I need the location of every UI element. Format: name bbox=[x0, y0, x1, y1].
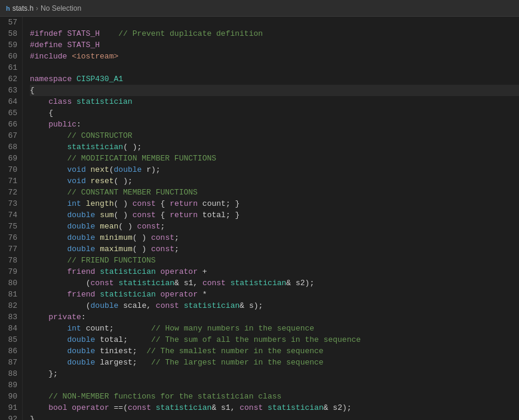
line-number: 84 bbox=[5, 323, 17, 334]
code-line: public: bbox=[30, 119, 519, 130]
code-line bbox=[30, 379, 519, 391]
code-line: // CONSTRUCTOR bbox=[30, 130, 519, 141]
code-line: (const statistician& s1, const statistic… bbox=[30, 277, 519, 289]
code-line: private: bbox=[30, 311, 519, 323]
code-line: statistician( ); bbox=[30, 141, 519, 153]
line-number: 79 bbox=[5, 266, 17, 277]
line-number: 57 bbox=[5, 17, 17, 28]
code-line: friend statistician operator * bbox=[30, 289, 519, 300]
code-line: double sum( ) const { return total; } bbox=[30, 209, 519, 221]
code-line: double maximum( ) const; bbox=[30, 243, 519, 255]
code-line: }; bbox=[30, 368, 519, 379]
code-line: // FRIEND FUNCTIONS bbox=[30, 255, 519, 266]
line-number: 76 bbox=[5, 232, 17, 243]
line-number: 62 bbox=[5, 73, 17, 85]
code-line: (double scale, const statistician& s); bbox=[30, 300, 519, 311]
code-line: void reset( ); bbox=[30, 175, 519, 187]
code-line: #include <iostream> bbox=[30, 51, 519, 62]
line-number: 61 bbox=[5, 62, 17, 73]
code-line: // NON-MEMBER functions for the statisti… bbox=[30, 391, 519, 402]
file-type-icon: h bbox=[6, 5, 10, 12]
line-number: 77 bbox=[5, 243, 17, 255]
code-line: double total; // The sum of all the numb… bbox=[30, 334, 519, 345]
code-line bbox=[30, 62, 519, 73]
line-number: 72 bbox=[5, 187, 17, 198]
line-number: 73 bbox=[5, 198, 17, 209]
file-name: stats.h bbox=[13, 4, 33, 13]
code-line: #define STATS_H bbox=[30, 39, 519, 51]
line-number: 71 bbox=[5, 175, 17, 187]
line-number: 92 bbox=[5, 413, 17, 420]
code-content[interactable]: #ifndef STATS_H // Prevent duplicate def… bbox=[23, 17, 519, 420]
code-line: bool operator ==(const statistician& s1,… bbox=[30, 402, 519, 413]
code-line: double tiniest; // The smallest number i… bbox=[30, 345, 519, 357]
code-line: namespace CISP430_A1 bbox=[30, 73, 519, 85]
line-number: 82 bbox=[5, 300, 17, 311]
code-line: int length( ) const { return count; } bbox=[30, 198, 519, 209]
line-number: 91 bbox=[5, 402, 17, 413]
code-line: } bbox=[30, 413, 519, 420]
code-line: { bbox=[30, 107, 519, 119]
line-number: 59 bbox=[5, 39, 17, 51]
code-line: #ifndef STATS_H // Prevent duplicate def… bbox=[30, 28, 519, 39]
line-number: 89 bbox=[5, 379, 17, 391]
line-number: 68 bbox=[5, 141, 17, 153]
code-line bbox=[30, 17, 519, 28]
line-number: 90 bbox=[5, 391, 17, 402]
code-line: double largest; // The largest number in… bbox=[30, 357, 519, 368]
line-number: 85 bbox=[5, 334, 17, 345]
line-number: 65 bbox=[5, 107, 17, 119]
code-line: double minimum( ) const; bbox=[30, 232, 519, 243]
code-line: { bbox=[30, 85, 519, 96]
line-number: 60 bbox=[5, 51, 17, 62]
line-number: 75 bbox=[5, 221, 17, 232]
line-number: 88 bbox=[5, 368, 17, 379]
code-line: friend statistician operator + bbox=[30, 266, 519, 277]
code-line: class statistician bbox=[30, 96, 519, 107]
line-number: 78 bbox=[5, 255, 17, 266]
line-number: 74 bbox=[5, 209, 17, 221]
line-number: 69 bbox=[5, 153, 17, 164]
line-number: 70 bbox=[5, 164, 17, 175]
line-number: 64 bbox=[5, 96, 17, 107]
line-number: 63 bbox=[5, 85, 17, 96]
code-line: int count; // How many numbers in the se… bbox=[30, 323, 519, 334]
breadcrumb-sep: › bbox=[36, 4, 38, 13]
line-number: 58 bbox=[5, 28, 17, 39]
line-number: 66 bbox=[5, 119, 17, 130]
title-bar: h stats.h › No Selection bbox=[0, 0, 519, 17]
code-line: // MODIFICATION MEMBER FUNCTIONS bbox=[30, 153, 519, 164]
selection-label: No Selection bbox=[41, 4, 81, 13]
line-number: 81 bbox=[5, 289, 17, 300]
line-number: 80 bbox=[5, 277, 17, 289]
code-container: 5758596061626364656667686970717273747576… bbox=[0, 17, 519, 420]
line-number: 87 bbox=[5, 357, 17, 368]
line-number: 83 bbox=[5, 311, 17, 323]
line-numbers: 5758596061626364656667686970717273747576… bbox=[0, 17, 23, 420]
code-line: // CONSTANT MEMBER FUNCTIONS bbox=[30, 187, 519, 198]
line-number: 67 bbox=[5, 130, 17, 141]
code-line: double mean( ) const; bbox=[30, 221, 519, 232]
line-number: 86 bbox=[5, 345, 17, 357]
code-line: void next(double r); bbox=[30, 164, 519, 175]
